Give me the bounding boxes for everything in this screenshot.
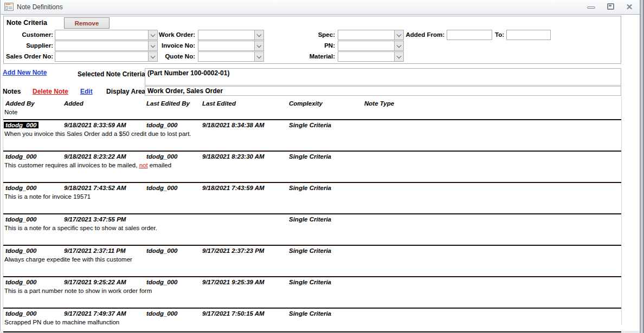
chevron-down-icon[interactable] bbox=[148, 41, 157, 50]
cell-complexity: Single Criteria bbox=[289, 216, 331, 223]
chevron-down-icon[interactable] bbox=[254, 30, 263, 40]
titlebar: Note Definitions ✕ bbox=[0, 0, 644, 15]
remove-filter-button[interactable]: Remove Filter bbox=[64, 17, 110, 29]
sales-order-no-label: Sales Order No: bbox=[6, 51, 53, 62]
cell-last-edited: 9/18/2021 8:34:38 AM bbox=[202, 122, 265, 128]
minimize-icon bbox=[587, 6, 595, 9]
cell-added: 9/17/2021 3:47:55 PM bbox=[64, 216, 126, 223]
note-text: This is a note for a specific spec to sh… bbox=[4, 225, 157, 231]
table-row[interactable]: tdodg_0009/17/2021 3:47:55 PMSingle Crit… bbox=[3, 213, 621, 245]
chevron-down-icon[interactable] bbox=[254, 41, 263, 50]
notes-label: Notes bbox=[3, 88, 21, 95]
spec-label: Spec: bbox=[318, 30, 335, 40]
material-combobox[interactable] bbox=[338, 51, 404, 62]
invoice-no-label: Invoice No: bbox=[162, 41, 195, 51]
window-title: Note Definitions bbox=[17, 0, 63, 14]
table-row[interactable]: tdodg_0009/17/2021 9:25:22 AMtdodg_0009/… bbox=[3, 276, 621, 308]
cell-complexity: Single Criteria bbox=[289, 153, 331, 160]
to-input[interactable] bbox=[506, 30, 551, 40]
chevron-down-icon[interactable] bbox=[394, 30, 403, 40]
cell-last-edited-by: tdodg_000 bbox=[146, 279, 178, 285]
cell-last-edited-by: tdodg_000 bbox=[146, 122, 178, 128]
added-from-label: Added From: bbox=[405, 30, 445, 40]
note-criteria-label: Note Criteria bbox=[7, 19, 47, 27]
spec-combobox[interactable] bbox=[338, 30, 404, 40]
cell-added: 9/17/2021 7:49:37 AM bbox=[64, 310, 126, 317]
cell-added-by: tdodg_000 bbox=[5, 247, 37, 254]
chevron-down-icon[interactable] bbox=[254, 52, 263, 61]
to-label: To: bbox=[495, 30, 504, 40]
cell-last-edited-by: tdodg_000 bbox=[146, 247, 178, 254]
add-new-note-link[interactable]: Add New Note bbox=[3, 69, 47, 76]
chevron-down-icon[interactable] bbox=[148, 52, 157, 61]
added-from-input[interactable] bbox=[447, 30, 492, 40]
cell-added: 9/18/2021 8:33:59 AM bbox=[64, 122, 126, 128]
delete-note-link[interactable]: Delete Note bbox=[33, 88, 68, 95]
table-row[interactable]: tdodg_0009/17/2021 7:49:37 AMtdodg_0009/… bbox=[3, 308, 621, 331]
cell-last-edited: 9/18/2021 8:23:30 AM bbox=[202, 153, 265, 160]
cell-added: 9/17/2021 9:25:22 AM bbox=[64, 279, 126, 285]
cell-last-edited: 9/18/2021 7:43:59 AM bbox=[202, 185, 265, 191]
table-row[interactable]: tdodg_0009/17/2021 2:37:11 PMtdodg_0009/… bbox=[3, 245, 621, 276]
note-text: When you invoice this Sales Order add a … bbox=[4, 130, 191, 137]
display-area-value[interactable]: Work Order, Sales Order bbox=[145, 86, 621, 96]
note-text: Always charge expedite fee with this cus… bbox=[4, 256, 132, 263]
pn-combobox[interactable] bbox=[338, 41, 404, 51]
restore-button[interactable] bbox=[605, 2, 618, 12]
supplier-label: Supplier: bbox=[26, 41, 53, 51]
cell-last-edited: 9/17/2021 9:25:39 AM bbox=[202, 279, 265, 285]
restore-icon bbox=[607, 3, 614, 10]
sales-order-no-combobox[interactable] bbox=[55, 51, 158, 62]
edit-link[interactable]: Edit bbox=[80, 88, 93, 95]
cell-complexity: Single Criteria bbox=[289, 122, 331, 128]
header-note: Note bbox=[4, 109, 17, 115]
chevron-down-icon[interactable] bbox=[148, 30, 157, 40]
cell-added-by: tdodg_000 bbox=[5, 310, 37, 317]
header-added: Added bbox=[64, 100, 83, 107]
cell-last-edited-by: tdodg_000 bbox=[146, 185, 178, 191]
quote-no-combobox[interactable] bbox=[198, 51, 264, 62]
header-added-by: Added By bbox=[5, 100, 35, 107]
window-right-edge[interactable] bbox=[640, 0, 644, 333]
cell-last-edited: 9/17/2021 2:37:23 PM bbox=[202, 247, 264, 254]
cell-last-edited-by: tdodg_000 bbox=[146, 310, 178, 317]
notes-table-header: Added By Added Last Edited By Last Edite… bbox=[3, 100, 621, 119]
cell-last-edited: 9/17/2021 7:50:15 AM bbox=[202, 310, 265, 317]
close-icon: ✕ bbox=[626, 2, 633, 11]
cell-added-by: tdodg_000 bbox=[5, 216, 37, 223]
table-row[interactable]: tdodg_0009/18/2021 8:23:22 AMtdodg_0009/… bbox=[3, 151, 621, 182]
cell-complexity: Single Criteria bbox=[289, 247, 331, 254]
cell-added: 9/17/2021 2:37:11 PM bbox=[64, 247, 126, 254]
note-text: This is a note for invoice 19571 bbox=[4, 193, 91, 200]
work-order-combobox[interactable] bbox=[198, 30, 264, 40]
cell-last-edited-by: tdodg_000 bbox=[146, 153, 178, 160]
chevron-down-icon[interactable] bbox=[394, 41, 403, 50]
note-definitions-window: Note Definitions ✕ Note Criteria Remove … bbox=[0, 0, 644, 333]
notes-table-rows: tdodg_0009/18/2021 8:33:59 AMtdodg_0009/… bbox=[3, 119, 621, 332]
minimize-button[interactable] bbox=[584, 2, 598, 12]
customer-combobox[interactable] bbox=[55, 30, 158, 40]
window-left-edge bbox=[0, 0, 1, 333]
cell-complexity: Single Criteria bbox=[289, 185, 331, 191]
cell-added-by: tdodg_000 bbox=[5, 279, 37, 285]
header-last-edited: Last Edited bbox=[202, 100, 236, 107]
work-order-label: Work Order: bbox=[159, 30, 195, 40]
table-row[interactable]: tdodg_0009/18/2021 7:43:52 AMtdodg_0009/… bbox=[3, 182, 621, 213]
cell-complexity: Single Criteria bbox=[289, 310, 331, 317]
pn-label: PN: bbox=[324, 41, 335, 51]
note-text: This is a part number note to show in wo… bbox=[4, 288, 152, 294]
table-row[interactable]: tdodg_0009/18/2021 8:33:59 AMtdodg_0009/… bbox=[3, 119, 621, 151]
supplier-combobox[interactable] bbox=[55, 41, 158, 51]
material-label: Material: bbox=[310, 51, 335, 62]
cell-added-by: tdodg_000 bbox=[5, 185, 37, 191]
cell-added: 9/18/2021 7:43:52 AM bbox=[64, 185, 126, 191]
invoice-no-combobox[interactable] bbox=[198, 41, 264, 51]
display-area-label: Display Area bbox=[106, 88, 145, 95]
chevron-down-icon[interactable] bbox=[394, 52, 403, 61]
close-button[interactable]: ✕ bbox=[622, 2, 636, 12]
note-text: Scrapped PN due to machine malfunction bbox=[4, 319, 119, 325]
selected-note-criteria-value[interactable]: (Part Number 100-0002-01) bbox=[145, 68, 621, 86]
form-icon bbox=[4, 3, 14, 11]
selected-note-criteria-label: Selected Note Criteria bbox=[78, 70, 145, 78]
cell-complexity: Single Criteria bbox=[289, 279, 331, 285]
